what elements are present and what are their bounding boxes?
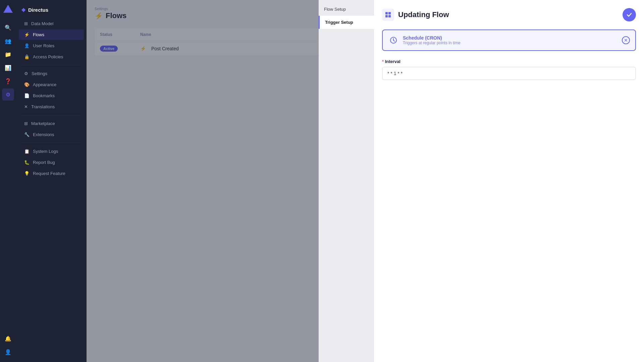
updating-flow-panel: Updating Flow [374, 0, 644, 362]
bookmarks-icon: 📄 [24, 93, 30, 98]
data-model-icon: ⊞ [24, 21, 28, 26]
interval-section: * Interval [382, 59, 636, 80]
breadcrumb: Settings [95, 7, 126, 11]
updating-flow-icon [382, 9, 394, 21]
sidebar-item-request-feature[interactable]: 💡 Request Feature [19, 168, 84, 179]
sidebar-item-extensions[interactable]: 🔧 Extensions [19, 129, 84, 140]
flows-title-icon: ⚡ [95, 12, 103, 20]
extensions-icon: 🔧 [24, 132, 30, 137]
sidebar-item-appearance[interactable]: 🎨 Appearance [19, 79, 84, 90]
schedule-remove-button[interactable]: ✕ [622, 36, 630, 44]
sidebar-item-data-model[interactable]: ⊞ Data Model [19, 18, 84, 29]
row-icon: ⚡ [140, 46, 146, 51]
sidebar-divider-2 [21, 115, 81, 115]
settings-icon: ⚙ [24, 71, 28, 76]
icon-rail: 🔍 👥 📁 📊 ❓ ⚙ 🔔 👤 [0, 0, 16, 362]
schedule-info: Schedule (CRON) Triggers at regular poin… [403, 35, 461, 45]
sidebar-item-flows[interactable]: ⚡ Flows [19, 29, 84, 40]
row-status: Active [100, 45, 140, 52]
access-policies-icon: 🔒 [24, 54, 30, 59]
interval-input[interactable] [382, 67, 636, 80]
sidebar-item-settings[interactable]: ⚙ Settings [19, 68, 84, 79]
sidebar-item-user-roles[interactable]: 👤 User Roles [19, 41, 84, 51]
appearance-icon: 🎨 [24, 82, 30, 87]
sidebar-divider-1 [21, 65, 81, 65]
rail-icon-analytics[interactable]: 📊 [2, 62, 14, 74]
right-overlay: Flow Setup Trigger Setup [319, 0, 644, 362]
col-status: Status [100, 32, 140, 37]
rail-icon-folder[interactable]: 📁 [2, 48, 14, 60]
svg-rect-4 [388, 15, 391, 17]
sidebar-item-system-logs[interactable]: 📋 System Logs [19, 146, 84, 157]
brand-icon: ◆ [21, 7, 25, 13]
sidebar: ◆ Directus ⊞ Data Model ⚡ Flows 👤 User R… [16, 0, 87, 362]
required-marker: * [382, 59, 385, 64]
rail-icon-search[interactable]: 🔍 [2, 21, 14, 34]
main-area: Settings ⚡ Flows Status Name Description… [87, 0, 644, 362]
rail-icon-help[interactable]: ❓ [2, 75, 14, 87]
sidebar-item-marketplace[interactable]: ⊞ Marketplace [19, 118, 84, 129]
trigger-sidebar-flow-setup[interactable]: Flow Setup [319, 3, 374, 16]
translations-icon: ✕ [24, 104, 28, 109]
flows-title: ⚡ Flows [95, 11, 126, 20]
sidebar-brand: ◆ Directus [16, 5, 87, 18]
updating-flow-title: Updating Flow [382, 9, 449, 21]
sidebar-item-report-bug[interactable]: 🐛 Report Bug [19, 157, 84, 168]
trigger-sidebar-trigger-setup[interactable]: Trigger Setup [319, 16, 374, 29]
svg-rect-3 [385, 15, 388, 17]
marketplace-icon: ⊞ [24, 121, 28, 126]
request-feature-icon: 💡 [24, 171, 30, 176]
flows-icon: ⚡ [24, 32, 30, 37]
rail-icon-settings[interactable]: ⚙ [2, 88, 14, 101]
svg-rect-2 [388, 12, 391, 14]
schedule-card-left: Schedule (CRON) Triggers at regular poin… [388, 35, 461, 46]
user-roles-icon: 👤 [24, 43, 30, 48]
rail-icon-profile[interactable]: 👤 [2, 346, 14, 358]
trigger-sidebar: Flow Setup Trigger Setup [319, 0, 374, 362]
schedule-title: Schedule (CRON) [403, 35, 461, 41]
updating-flow-header: Updating Flow [382, 8, 636, 21]
svg-marker-0 [3, 5, 13, 13]
report-bug-icon: 🐛 [24, 160, 30, 165]
save-button[interactable] [623, 8, 636, 21]
interval-label: * Interval [382, 59, 636, 64]
sidebar-item-translations[interactable]: ✕ Translations [19, 102, 84, 112]
rail-icon-bell[interactable]: 🔔 [2, 333, 14, 345]
system-logs-icon: 📋 [24, 149, 30, 154]
svg-rect-1 [385, 12, 388, 14]
logo[interactable] [3, 4, 13, 15]
schedule-subtitle: Triggers at regular points in time [403, 41, 461, 45]
schedule-clock-icon [388, 35, 399, 46]
status-badge: Active [100, 46, 118, 52]
brand-name: Directus [28, 7, 48, 13]
sidebar-item-access-policies[interactable]: 🔒 Access Policies [19, 52, 84, 62]
sidebar-item-bookmarks[interactable]: 📄 Bookmarks [19, 90, 84, 101]
schedule-card[interactable]: Schedule (CRON) Triggers at regular poin… [382, 29, 636, 51]
sidebar-divider-3 [21, 143, 81, 143]
rail-icon-users[interactable]: 👥 [2, 35, 14, 47]
